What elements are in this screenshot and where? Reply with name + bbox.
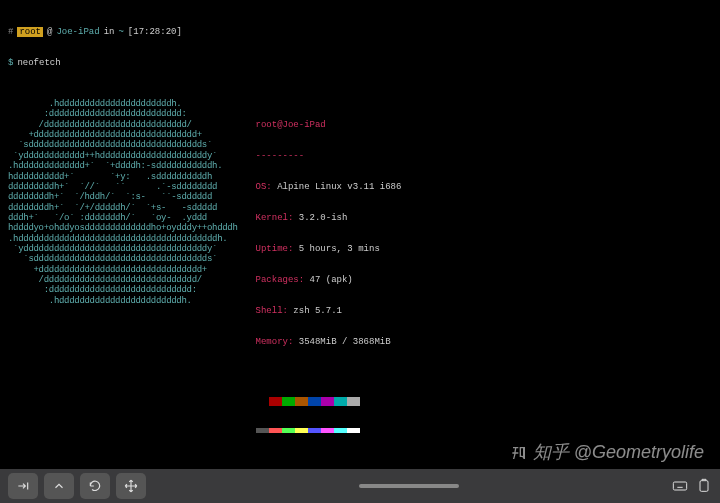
color-swatch bbox=[269, 428, 282, 433]
color-swatch bbox=[321, 428, 334, 433]
hash: # bbox=[8, 27, 13, 37]
terminal-output[interactable]: # root @ Joe-iPad in ~ [17:28:20] $ neof… bbox=[0, 0, 720, 503]
color-swatch bbox=[334, 397, 347, 406]
color-palette-light bbox=[256, 428, 402, 433]
prompt-line-1: # root @ Joe-iPad in ~ [17:28:20] bbox=[8, 27, 712, 37]
color-swatch bbox=[308, 397, 321, 406]
kernel-label: Kernel: bbox=[256, 213, 294, 223]
system-info: root@Joe-iPad --------- OS: Alpine Linux… bbox=[256, 99, 402, 454]
color-swatch bbox=[282, 428, 295, 433]
command-line-1: $ neofetch bbox=[8, 58, 712, 68]
uptime-value: 5 hours, 3 mins bbox=[299, 244, 380, 254]
color-swatch bbox=[321, 397, 334, 406]
svg-rect-0 bbox=[673, 482, 686, 490]
packages-label: Packages: bbox=[256, 275, 305, 285]
info-separator: --------- bbox=[256, 151, 305, 161]
keyboard-icon[interactable] bbox=[672, 478, 688, 494]
os-label: OS: bbox=[256, 182, 272, 192]
move-icon bbox=[124, 479, 138, 493]
color-swatch bbox=[347, 428, 360, 433]
shell-label: Shell: bbox=[256, 306, 288, 316]
clipboard-icon[interactable] bbox=[696, 478, 712, 494]
reload-button[interactable] bbox=[80, 473, 110, 499]
watermark-text: 知乎 @Geometryolife bbox=[533, 442, 704, 463]
os-value: Alpine Linux v3.11 i686 bbox=[277, 182, 401, 192]
timestamp: [17:28:20] bbox=[128, 27, 182, 37]
watermark: 知乎 @Geometryolife bbox=[511, 442, 704, 463]
up-key-button[interactable] bbox=[44, 473, 74, 499]
zhihu-icon bbox=[511, 445, 527, 461]
color-palette-dark bbox=[256, 397, 402, 406]
memory-value: 3548MiB / 3868MiB bbox=[299, 337, 391, 347]
color-swatch bbox=[256, 428, 269, 433]
color-swatch bbox=[347, 397, 360, 406]
color-swatch bbox=[282, 397, 295, 406]
command: neofetch bbox=[17, 58, 60, 68]
uptime-label: Uptime: bbox=[256, 244, 294, 254]
tab-key-icon bbox=[16, 479, 30, 493]
color-swatch bbox=[295, 397, 308, 406]
info-userhost: root@Joe-iPad bbox=[256, 120, 326, 130]
shell-value: zsh 5.7.1 bbox=[293, 306, 342, 316]
prompt-symbol: $ bbox=[8, 58, 13, 68]
color-swatch bbox=[295, 428, 308, 433]
move-button[interactable] bbox=[116, 473, 146, 499]
keyboard-toolbar bbox=[0, 469, 720, 503]
at: @ bbox=[47, 27, 52, 37]
tab-key-button[interactable] bbox=[8, 473, 38, 499]
color-swatch bbox=[334, 428, 347, 433]
home-indicator[interactable] bbox=[359, 484, 459, 488]
hostname: Joe-iPad bbox=[56, 27, 99, 37]
ascii-logo: .hddddddddddddddddddddddh. :dddddddddddd… bbox=[8, 99, 238, 454]
kernel-value: 3.2.0-ish bbox=[299, 213, 348, 223]
color-swatch bbox=[256, 397, 269, 406]
chevron-up-icon bbox=[52, 479, 66, 493]
memory-label: Memory: bbox=[256, 337, 294, 347]
in-word: in bbox=[104, 27, 115, 37]
color-swatch bbox=[269, 397, 282, 406]
reload-icon bbox=[88, 479, 102, 493]
svg-rect-1 bbox=[700, 481, 708, 492]
user-badge: root bbox=[17, 27, 43, 37]
color-swatch bbox=[308, 428, 321, 433]
cwd: ~ bbox=[118, 27, 123, 37]
packages-value: 47 (apk) bbox=[310, 275, 353, 285]
